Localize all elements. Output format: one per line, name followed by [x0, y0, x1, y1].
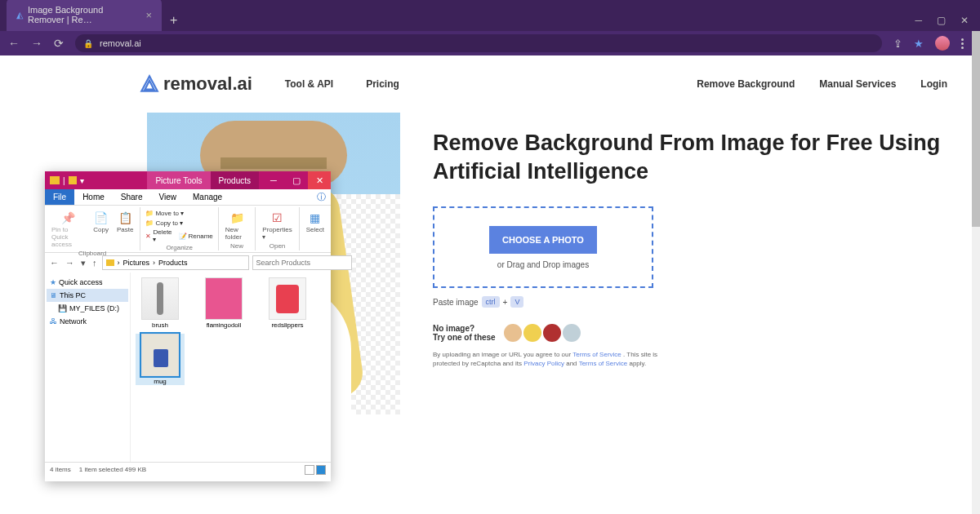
title-tab-products[interactable]: Products — [211, 171, 259, 189]
tab-home[interactable]: Home — [74, 189, 113, 205]
forward-icon[interactable]: → — [64, 258, 76, 268]
group-organize: Organize — [144, 244, 214, 251]
lock-icon: 🔒 — [83, 39, 93, 48]
paste-label: Paste image — [433, 298, 479, 307]
logo-icon — [139, 73, 160, 95]
thumbnail — [141, 334, 179, 376]
explorer-status-bar: 4 items 1 item selected 499 KB — [45, 462, 331, 476]
title-tab-picture-tools[interactable]: Picture Tools — [147, 171, 210, 189]
file-item-redslippers[interactable]: redslippers — [263, 277, 312, 329]
paste-hint: Paste image ctrl + V — [433, 296, 972, 308]
delete-button[interactable]: ✕ Delete ▾ — [144, 228, 173, 244]
select-button[interactable]: ▦Select — [303, 209, 327, 235]
tab-manage[interactable]: Manage — [185, 189, 230, 205]
minimize-icon[interactable]: ─ — [262, 171, 285, 189]
back-icon[interactable]: ← — [8, 37, 20, 50]
sample-thumb[interactable] — [563, 324, 581, 342]
search-input[interactable] — [252, 255, 352, 270]
nav-login[interactable]: Login — [920, 78, 947, 90]
logo[interactable]: removal.ai — [139, 73, 252, 95]
bookmark-icon[interactable]: ★ — [914, 38, 924, 50]
sidebar-this-pc[interactable]: 🖥This PC — [47, 289, 128, 302]
browser-tab[interactable]: ◭ Image Background Remover | Re… × — [7, 0, 162, 31]
maximize-icon[interactable]: ▢ — [937, 15, 946, 26]
explorer-titlebar[interactable]: | ▾ Picture Tools Products ─ ▢ ✕ — [45, 171, 331, 189]
headline: Remove Background From Image for Free Us… — [433, 129, 972, 186]
sample-thumb[interactable] — [523, 324, 541, 342]
file-item-mug[interactable]: mug — [136, 334, 185, 385]
file-explorer-window: | ▾ Picture Tools Products ─ ▢ ✕ File Ho… — [45, 171, 331, 481]
thumbnail — [205, 277, 243, 320]
sidebar-my-files[interactable]: 💾MY_FILES (D:) — [47, 302, 128, 315]
file-label: redslippers — [271, 321, 303, 329]
folder-icon — [106, 259, 114, 266]
profile-avatar[interactable] — [935, 36, 950, 51]
tab-file[interactable]: File — [45, 189, 74, 205]
up-icon[interactable]: ↑ — [91, 258, 99, 268]
share-icon[interactable]: ⇪ — [893, 38, 902, 50]
upload-dropzone[interactable]: CHOOSE A PHOTO or Drag and Drop images — [433, 206, 653, 288]
nav-pricing[interactable]: Pricing — [366, 78, 399, 90]
back-icon[interactable]: ← — [48, 258, 60, 268]
status-item-count: 4 items — [50, 466, 71, 473]
terms-text: By uploading an image or URL you agree t… — [433, 350, 662, 368]
key-ctrl: ctrl — [482, 296, 500, 308]
sidebar-network[interactable]: 🖧Network — [47, 315, 128, 328]
tos-link[interactable]: Terms of Service — [572, 351, 621, 358]
paste-button[interactable]: 📋Paste — [114, 209, 136, 250]
new-tab-button[interactable]: + — [162, 10, 185, 31]
star-icon: ★ — [50, 278, 56, 286]
scrollbar-thumb[interactable] — [972, 31, 980, 227]
file-item-brush[interactable]: brush — [136, 277, 185, 329]
privacy-link[interactable]: Privacy Policy — [523, 360, 564, 367]
page-scrollbar[interactable] — [972, 31, 980, 514]
forward-icon[interactable]: → — [31, 37, 42, 50]
breadcrumb-pictures[interactable]: Pictures — [123, 259, 150, 267]
chevron-down-icon[interactable]: ▾ — [79, 258, 87, 268]
kebab-menu-icon[interactable] — [961, 38, 964, 49]
qat-icon[interactable] — [69, 176, 77, 184]
file-item-flamingodoll[interactable]: flamingodoll — [199, 277, 248, 329]
tab-view[interactable]: View — [151, 189, 185, 205]
copy-to-button[interactable]: 📁 Copy to ▾ — [144, 219, 214, 228]
minimize-icon[interactable]: ─ — [915, 15, 922, 26]
breadcrumb[interactable]: › Pictures › Products — [102, 255, 249, 270]
url-bar[interactable]: 🔒 removal.ai — [75, 34, 882, 52]
browser-tab-strip: ◭ Image Background Remover | Re… × + ─ ▢… — [0, 0, 980, 31]
rename-button[interactable]: 📝 Rename — [177, 228, 215, 244]
view-details-icon[interactable] — [305, 465, 314, 475]
close-icon[interactable]: ✕ — [308, 171, 331, 189]
move-to-button[interactable]: 📁 Move to ▾ — [144, 209, 214, 218]
nav-manual[interactable]: Manual Services — [819, 78, 896, 90]
sample-thumb[interactable] — [543, 324, 561, 342]
close-window-icon[interactable]: ✕ — [960, 15, 969, 26]
maximize-icon[interactable]: ▢ — [285, 171, 308, 189]
chevron-down-icon[interactable]: ▾ — [80, 176, 84, 185]
view-thumbnails-icon[interactable] — [316, 465, 326, 475]
sample-thumb[interactable] — [504, 324, 522, 342]
copy-button[interactable]: 📄Copy — [90, 209, 112, 250]
help-icon[interactable]: ⓘ — [312, 189, 331, 205]
file-label: flamingodoll — [207, 321, 242, 329]
pin-button[interactable]: 📌Pin to Quick access — [48, 209, 88, 250]
tos-link-2[interactable]: Terms of Service — [579, 360, 628, 367]
explorer-ribbon: 📌Pin to Quick access 📄Copy 📋Paste Clipbo… — [45, 206, 331, 253]
nav-remove-bg[interactable]: Remove Background — [697, 78, 795, 90]
url-text: removal.ai — [100, 38, 141, 48]
tab-share[interactable]: Share — [113, 189, 151, 205]
tab-title: Image Background Remover | Re… — [28, 5, 140, 24]
properties-button[interactable]: ☑Properties ▾ — [259, 209, 295, 242]
breadcrumb-products[interactable]: Products — [158, 259, 188, 267]
nav-tool-api[interactable]: Tool & API — [285, 78, 333, 90]
new-folder-button[interactable]: 📁New folder — [222, 209, 252, 242]
status-selected: 1 item selected 499 KB — [79, 466, 146, 473]
browser-toolbar: ← → ⟳ 🔒 removal.ai ⇪ ★ — [0, 31, 972, 55]
thumbnail — [269, 277, 306, 320]
reload-icon[interactable]: ⟳ — [54, 37, 64, 50]
drive-icon: 💾 — [58, 304, 67, 312]
close-icon[interactable]: × — [145, 9, 152, 21]
group-new: New — [222, 242, 252, 250]
choose-photo-button[interactable]: CHOOSE A PHOTO — [489, 226, 597, 254]
sidebar-quick-access[interactable]: ★Quick access — [47, 276, 128, 289]
drag-drop-text: or Drag and Drop images — [497, 260, 589, 269]
